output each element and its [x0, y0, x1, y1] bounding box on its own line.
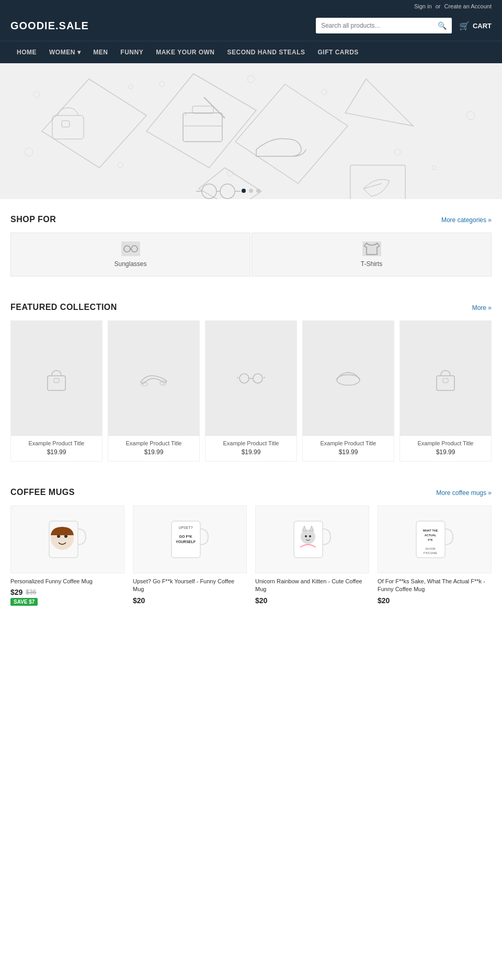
main-nav: HOME WOMEN ▾ MEN FUNNY MAKE YOUR OWN SEC…	[0, 41, 502, 63]
product-info-0: Example Product Title $19.99	[11, 436, 102, 461]
svg-rect-36	[54, 378, 59, 383]
nav-item-home[interactable]: HOME	[10, 41, 43, 63]
product-title-3: Example Product Title	[306, 440, 391, 446]
product-price-4: $19.99	[403, 448, 488, 456]
featured-more-link[interactable]: More »	[472, 304, 492, 312]
product-title-1: Example Product Title	[111, 440, 196, 446]
mug-title-0: Personalized Funny Coffee Mug	[10, 578, 124, 585]
product-info-2: Example Product Title $19.99	[206, 436, 296, 461]
mug-card-0[interactable]: Personalized Funny Coffee Mug $29 $36 SA…	[10, 505, 124, 606]
mug-price-0: $29	[10, 588, 22, 596]
or-separator: or	[436, 3, 441, 9]
svg-point-31	[131, 246, 138, 252]
sunglasses-icon	[121, 241, 140, 256]
svg-text:UPSET?: UPSET?	[178, 526, 192, 529]
mug-price-row-3: $20	[378, 596, 492, 605]
product-card-1[interactable]: Example Product Title $19.99	[108, 320, 200, 462]
svg-text:WHAT THE: WHAT THE	[423, 529, 438, 532]
shop-for-title: SHOP FOR	[10, 215, 56, 224]
mug-card-1[interactable]: GO F*K YOURSELF UPSET? Upset? Go F**k Yo…	[133, 505, 247, 606]
hero-dot-1[interactable]	[242, 189, 246, 193]
svg-line-33	[123, 248, 124, 249]
mug-title-1: Upset? Go F**k Yourself - Funny Coffee M…	[133, 578, 247, 594]
product-img-4	[400, 321, 491, 436]
product-img-2	[206, 321, 296, 436]
svg-text:ACTUAL: ACTUAL	[425, 534, 437, 537]
nav-item-funny[interactable]: FUNNY	[114, 41, 150, 63]
svg-rect-47	[443, 378, 448, 383]
product-card-2[interactable]: Example Product Title $19.99	[205, 320, 297, 462]
product-price-1: $19.99	[111, 448, 196, 456]
svg-line-43	[264, 377, 265, 378]
cart-icon: 🛒	[459, 21, 470, 31]
svg-point-44	[337, 375, 360, 385]
mug-price-2: $20	[255, 596, 267, 605]
search-button[interactable]: 🔍	[432, 18, 452, 33]
site-logo[interactable]: GOODIE.SALE	[10, 20, 89, 32]
signin-link[interactable]: Sign in	[414, 3, 432, 9]
category-card-sunglasses[interactable]: Sunglasses	[10, 233, 250, 276]
tshirt-icon	[362, 241, 381, 256]
svg-text:F*KS SAKE: F*KS SAKE	[424, 551, 438, 555]
search-input[interactable]	[316, 18, 432, 33]
svg-line-42	[237, 377, 238, 378]
product-card-3[interactable]: Example Product Title $19.99	[302, 320, 394, 462]
header-right: 🔍 🛒 CART	[316, 18, 492, 33]
shop-for-header: SHOP FOR More categories »	[10, 215, 492, 224]
nav-item-make-your-own[interactable]: MAKE YOUR OWN	[150, 41, 221, 63]
svg-point-39	[239, 374, 249, 383]
svg-rect-0	[0, 63, 502, 199]
hero-dot-2[interactable]	[249, 189, 253, 193]
featured-title: FEATURED COLLECTION	[10, 303, 117, 312]
top-bar: Sign in or Create an Account	[0, 0, 502, 13]
svg-text:GO F*K: GO F*K	[179, 535, 192, 538]
shop-for-section: SHOP FOR More categories » Sunglasses	[0, 199, 502, 287]
product-price-3: $19.99	[306, 448, 391, 456]
mug-price-1: $20	[133, 596, 145, 605]
mug-img-3: WHAT THE ACTUAL F*K OH FOR F*KS SAKE	[378, 505, 492, 573]
nav-item-gift-cards[interactable]: GIFT CARDS	[311, 41, 364, 63]
mug-original-price-0: $36	[26, 589, 36, 596]
mug-title-3: Of For F**ks Sake, What The Actual F**k …	[378, 578, 492, 594]
mug-price-row-0: $29 $36	[10, 588, 124, 596]
nav-item-second-hand-steals[interactable]: SECOND HAND STEALS	[221, 41, 311, 63]
nav-item-men[interactable]: MEN	[87, 41, 114, 63]
product-title-2: Example Product Title	[209, 440, 293, 446]
mug-grid: Personalized Funny Coffee Mug $29 $36 SA…	[10, 505, 492, 606]
featured-product-grid: Example Product Title $19.99 Example Pro…	[10, 320, 492, 462]
more-categories-link[interactable]: More categories »	[441, 216, 492, 224]
featured-section: FEATURED COLLECTION More » Example Produ…	[0, 287, 502, 472]
create-account-link[interactable]: Create an Account	[444, 3, 492, 9]
product-img-3	[303, 321, 394, 436]
sunglasses-label: Sunglasses	[114, 260, 146, 268]
mug-img-1: GO F*K YOURSELF UPSET?	[133, 505, 247, 573]
mug-card-3[interactable]: WHAT THE ACTUAL F*K OH FOR F*KS SAKE Of …	[378, 505, 492, 606]
product-card-0[interactable]: Example Product Title $19.99	[10, 320, 102, 462]
hero-banner	[0, 63, 502, 199]
product-img-0	[11, 321, 102, 436]
product-price-2: $19.99	[209, 448, 293, 456]
more-mugs-link[interactable]: More coffee mugs »	[436, 489, 492, 497]
mug-card-2[interactable]: Unicorn Rainbow and Kitten - Cute Coffee…	[255, 505, 369, 606]
mug-title-2: Unicorn Rainbow and Kitten - Cute Coffee…	[255, 578, 369, 594]
save-badge-0: SAVE $7	[10, 598, 38, 606]
category-card-tshirts[interactable]: T-Shirts	[252, 233, 492, 276]
coffee-mugs-header: COFFEE MUGS More coffee mugs »	[10, 488, 492, 497]
svg-point-38	[160, 381, 166, 385]
mug-price-row-2: $20	[255, 596, 369, 605]
mug-img-2	[255, 505, 369, 573]
nav-item-women[interactable]: WOMEN ▾	[43, 41, 87, 63]
tshirts-label: T-Shirts	[361, 260, 382, 268]
svg-line-34	[138, 248, 138, 249]
product-price-0: $19.99	[14, 448, 99, 456]
hero-dot-3[interactable]	[256, 189, 260, 193]
cart-button[interactable]: 🛒 CART	[459, 21, 492, 31]
product-info-1: Example Product Title $19.99	[108, 436, 199, 461]
product-card-4[interactable]: Example Product Title $19.99	[400, 320, 492, 462]
coffee-mugs-section: COFFEE MUGS More coffee mugs » Pe	[0, 472, 502, 616]
featured-header: FEATURED COLLECTION More »	[10, 303, 492, 312]
svg-text:OH FOR: OH FOR	[425, 547, 436, 550]
svg-point-60	[305, 535, 307, 537]
mug-price-3: $20	[378, 596, 390, 605]
mug-price-row-1: $20	[133, 596, 247, 605]
